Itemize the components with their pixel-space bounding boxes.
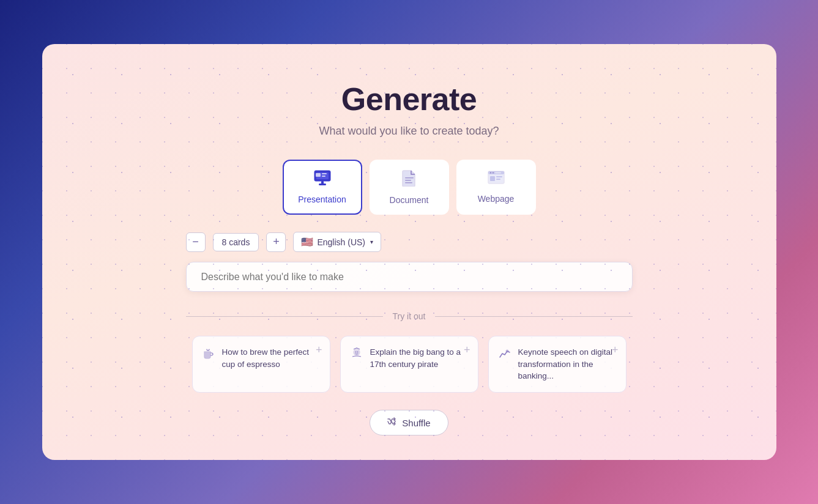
page-subtitle: What would you like to create today? [319, 125, 499, 138]
svg-point-19 [355, 352, 356, 353]
svg-rect-8 [405, 180, 411, 181]
svg-rect-4 [322, 176, 325, 177]
svg-point-12 [490, 172, 491, 174]
lang-label: English (US) [317, 237, 365, 247]
suggestion-text-2: Keynote speech on digital transformation… [518, 346, 616, 382]
svg-rect-3 [322, 173, 327, 174]
divider-left [186, 316, 383, 317]
svg-point-20 [357, 352, 358, 353]
svg-rect-15 [490, 176, 495, 181]
describe-input[interactable] [186, 262, 633, 292]
type-btn-webpage[interactable]: Webpage [456, 160, 536, 215]
suggestion-add-2[interactable]: + [612, 344, 619, 357]
controls-row: − 8 cards + 🇺🇸 English (US) ▾ [186, 232, 382, 252]
svg-rect-9 [405, 182, 412, 183]
document-icon [402, 169, 417, 190]
divider-right [435, 316, 632, 317]
suggestion-add-1[interactable]: + [464, 344, 470, 357]
shuffle-label: Shuffle [402, 418, 430, 428]
type-btn-document[interactable]: Document [370, 160, 449, 215]
svg-rect-17 [496, 179, 500, 180]
chart-icon [499, 347, 511, 363]
type-btn-webpage-label: Webpage [478, 194, 515, 204]
divider-label: Try it out [393, 311, 426, 321]
chevron-down-icon: ▾ [370, 239, 373, 245]
pirate-icon [351, 347, 363, 363]
webpage-icon [488, 171, 505, 189]
type-btn-presentation-label: Presentation [298, 195, 346, 204]
language-selector[interactable]: 🇺🇸 English (US) ▾ [293, 232, 381, 252]
svg-point-13 [493, 172, 494, 174]
svg-rect-16 [496, 176, 502, 177]
suggestion-text-1: Explain the big bang to a 17th century p… [370, 346, 468, 370]
suggestion-card-1[interactable]: Explain the big bang to a 17th century p… [340, 336, 478, 393]
shuffle-button[interactable]: Shuffle [370, 410, 448, 435]
type-selector: Presentation Document [283, 160, 536, 215]
page-title: Generate [341, 81, 477, 117]
suggestion-text-0: How to brew the perfect cup of espresso [222, 346, 320, 370]
increment-button[interactable]: + [266, 232, 286, 252]
coffee-icon [203, 347, 215, 363]
svg-point-21 [506, 350, 508, 352]
suggestion-card-2[interactable]: Keynote speech on digital transformation… [488, 336, 627, 393]
lang-flag: 🇺🇸 [301, 236, 313, 248]
divider-row: Try it out [186, 311, 633, 321]
suggestion-add-0[interactable]: + [316, 344, 322, 357]
cards-count: 8 cards [213, 233, 259, 251]
decrement-button[interactable]: − [186, 232, 206, 252]
svg-rect-6 [319, 183, 326, 185]
suggestion-card-0[interactable]: How to brew the perfect cup of espresso … [192, 336, 330, 393]
presentation-icon [314, 170, 331, 190]
svg-rect-14 [495, 172, 501, 174]
svg-rect-2 [316, 173, 321, 177]
shuffle-icon [387, 417, 397, 429]
svg-rect-7 [405, 177, 414, 179]
type-btn-document-label: Document [390, 195, 429, 205]
type-btn-presentation[interactable]: Presentation [283, 160, 362, 215]
suggestions-row: How to brew the perfect cup of espresso … [192, 336, 627, 393]
main-card: Generate What would you like to create t… [42, 44, 776, 460]
